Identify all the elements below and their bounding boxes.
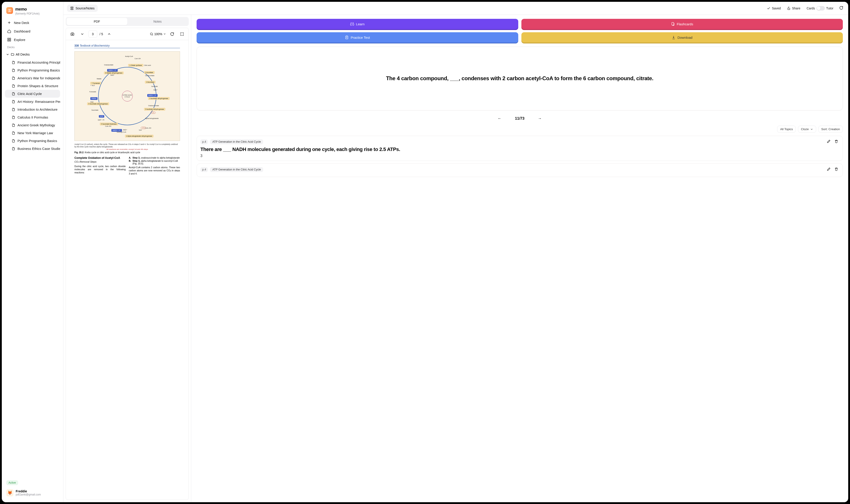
- page-prev-button[interactable]: [105, 31, 113, 37]
- refresh-button[interactable]: [838, 4, 845, 12]
- delete-card-button[interactable]: [834, 166, 839, 173]
- deck-item[interactable]: Ancient Greek Mythology: [5, 121, 60, 129]
- card-next-button[interactable]: →: [536, 115, 544, 122]
- toggle-switch[interactable]: [816, 6, 825, 11]
- svg-point-9: [72, 34, 73, 35]
- deck-item-label: Python Programing Basics: [17, 139, 57, 143]
- card-prev-button[interactable]: ←: [496, 115, 504, 122]
- practice-test-button[interactable]: Practice Test: [196, 32, 518, 42]
- page-next-button[interactable]: [79, 31, 86, 37]
- zoom-button[interactable]: 100%: [150, 32, 166, 36]
- figure-note: Acetyl CoA (2 carbon), enters the cycle.…: [74, 143, 180, 148]
- file-icon: [12, 123, 15, 127]
- deck-item[interactable]: Citric Acid Cycle: [5, 90, 60, 98]
- new-deck-button[interactable]: New Deck: [5, 18, 60, 27]
- flashcards-button[interactable]: Flashcards: [521, 19, 843, 29]
- tab-notes[interactable]: Notes: [127, 18, 188, 25]
- file-icon: [12, 69, 15, 72]
- cards-label: Cards: [806, 6, 815, 10]
- edit-card-button[interactable]: [826, 139, 831, 145]
- active-badge: Active: [6, 480, 18, 485]
- deck-item[interactable]: Python Programing Basics: [5, 137, 60, 145]
- delete-card-button[interactable]: [834, 139, 839, 145]
- right-pane: Learn Flashcards Practice Test Download: [191, 15, 848, 502]
- brain-icon: [350, 22, 354, 26]
- file-icon: [12, 92, 15, 96]
- svg-rect-6: [71, 7, 73, 8]
- reload-button[interactable]: [168, 31, 176, 37]
- deck-item[interactable]: America's War for Independe...: [5, 74, 60, 82]
- figure-caption: Fig. 20.2: Krebs cycle or citric acid cy…: [74, 151, 180, 154]
- svg-rect-7: [71, 9, 73, 10]
- edit-card-button[interactable]: [826, 166, 831, 173]
- screenshot-button[interactable]: [69, 31, 76, 37]
- page-header: 330 Textbook of Biochemistry: [74, 44, 180, 48]
- folder-icon: [11, 53, 14, 56]
- tab-pdf[interactable]: PDF: [67, 18, 127, 25]
- svg-rect-0: [8, 9, 10, 12]
- filter-bar: All Topics Cloze Sort: Creation: [196, 126, 843, 132]
- deck-item-label: Financial Accounting Principles: [17, 60, 60, 64]
- download-button[interactable]: Download: [521, 32, 843, 42]
- search-icon: [150, 32, 153, 36]
- card-nav: ← 11/73 →: [196, 112, 843, 126]
- user-menu[interactable]: 🦊 Freddie pdf2anki@gmail.com: [5, 487, 60, 498]
- decks-section-label: Decks: [5, 44, 60, 50]
- deck-item-label: America's War for Independe...: [17, 76, 60, 80]
- source-notes-label: Source/Notes: [75, 6, 94, 10]
- card-row[interactable]: p.4ATP Generation in the Citric Acid Cyc…: [196, 136, 843, 161]
- card-row[interactable]: p.4ATP Generation in the Citric Acid Cyc…: [196, 163, 843, 177]
- card-question: There are ___ NADH molecules generated d…: [201, 146, 839, 152]
- deck-item[interactable]: Protein Shapes & Structure: [5, 82, 60, 90]
- expand-button[interactable]: [178, 31, 186, 37]
- source-notes-button[interactable]: Source/Notes: [67, 5, 98, 12]
- lock-open-icon: [787, 6, 791, 10]
- figure-redline: All reactions are reversible; except 1st…: [74, 148, 180, 150]
- svg-rect-2: [7, 38, 9, 39]
- deck-item[interactable]: Introduction to Architecture: [5, 106, 60, 113]
- user-name: Freddie: [16, 489, 41, 493]
- cycle-center-label: CITRIC ACID CYCLE: [122, 91, 133, 102]
- left-pane: PDF Notes / 5 100%: [64, 15, 191, 502]
- tutor-label: Tutor: [826, 6, 833, 10]
- share-button[interactable]: Share: [785, 5, 802, 12]
- file-icon: [12, 76, 15, 80]
- featured-card[interactable]: The 4 carbon compound, ___, condenses wi…: [196, 47, 843, 110]
- deck-item[interactable]: Financial Accounting Principles: [5, 58, 60, 66]
- new-deck-label: New Deck: [14, 21, 29, 25]
- page-input[interactable]: [88, 31, 97, 38]
- home-icon: [7, 29, 11, 33]
- pdf-page[interactable]: 330 Textbook of Biochemistry CITRIC ACID…: [66, 40, 189, 500]
- deck-item-label: Ancient Greek Mythology: [17, 123, 55, 127]
- svg-rect-11: [672, 22, 674, 25]
- check-icon: [767, 6, 770, 10]
- deck-item-label: Business Ethics Case Studies: [17, 147, 60, 150]
- deck-item[interactable]: Python Programming Basics: [5, 66, 60, 74]
- deck-item-label: Calculus II Formulas: [17, 115, 48, 119]
- cards-tutor-toggle[interactable]: Cards Tutor: [805, 5, 835, 12]
- all-decks-toggle[interactable]: All Decks: [5, 50, 60, 58]
- figure-diagram: CITRIC ACID CYCLE Acetyl-CoA CoA–SH 1 Ci…: [74, 51, 180, 141]
- flashcards-label: Flashcards: [677, 22, 693, 26]
- card-list: p.4ATP Generation in the Citric Acid Cyc…: [196, 136, 843, 498]
- explore-button[interactable]: Explore: [5, 35, 60, 44]
- deck-item[interactable]: Business Ethics Case Studies: [5, 145, 60, 152]
- filter-cloze[interactable]: Cloze: [798, 126, 816, 132]
- pdf-toolbar: / 5 100%: [66, 28, 189, 40]
- filter-sort[interactable]: Sort: Creation: [818, 126, 843, 132]
- deck-item[interactable]: Calculus II Formulas: [5, 113, 60, 121]
- learn-label: Learn: [356, 22, 364, 26]
- learn-button[interactable]: Learn: [196, 19, 518, 29]
- brand-subtitle: (formerly PDF2Anki): [15, 12, 40, 15]
- expand-icon: [180, 32, 184, 36]
- featured-card-question: The 4 carbon compound, ___, condenses wi…: [386, 75, 654, 83]
- filter-topics[interactable]: All Topics: [777, 126, 796, 132]
- user-email: pdf2anki@gmail.com: [16, 493, 41, 496]
- dashboard-button[interactable]: Dashboard: [5, 27, 60, 35]
- pencil-icon: [827, 140, 831, 143]
- deck-item[interactable]: New York Marriage Law: [5, 129, 60, 137]
- svg-rect-4: [7, 40, 9, 41]
- practice-test-label: Practice Test: [351, 36, 370, 39]
- chevron-down-icon: [6, 53, 10, 56]
- deck-item[interactable]: Art History: Renaissance Peri...: [5, 98, 60, 106]
